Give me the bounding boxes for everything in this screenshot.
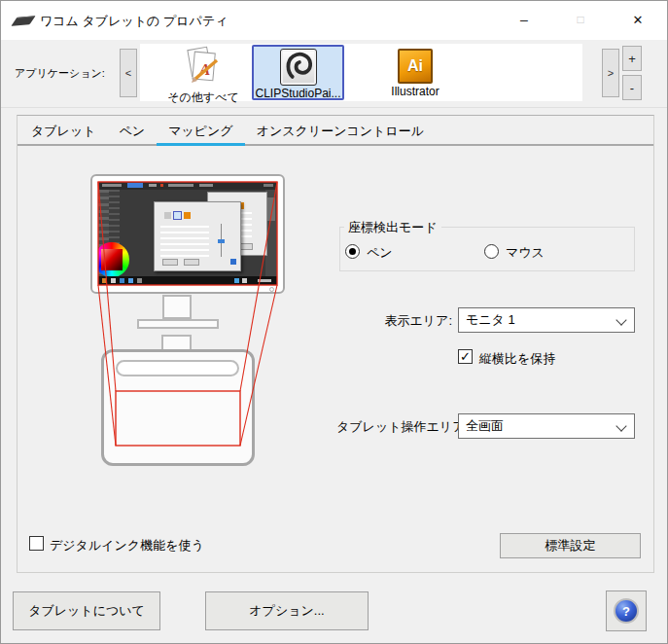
app-scroll-right-button[interactable]: > [602, 49, 619, 97]
tablet-area-select[interactable]: 全画面 [458, 413, 635, 439]
application-label: アプリケーション: [15, 66, 105, 81]
illustrator-icon: Ai [398, 49, 433, 84]
window-title: ワコム タブレットの プロパティ [40, 13, 229, 30]
app-add-button[interactable]: + [622, 46, 642, 71]
app-remove-button[interactable]: - [622, 75, 642, 100]
application-list: A その他すべて CLIPStudioPai... Ai Illustr [140, 44, 582, 101]
app-name: その他すべて [158, 89, 249, 106]
maximize-icon: □ [577, 13, 583, 26]
display-area-value: モニタ 1 [466, 311, 515, 329]
screen-dialog-front [154, 201, 241, 271]
tab-tablet[interactable]: タブレット [19, 116, 108, 144]
check-icon: ✓ [460, 350, 471, 363]
app-scroll-left-button[interactable]: < [120, 49, 137, 97]
pen-mode-label: ペン [367, 244, 393, 262]
about-tablet-button[interactable]: タブレットについて [13, 591, 160, 630]
monitor-stand-base [137, 319, 219, 329]
app-name: CLIPStudioPai... [254, 87, 342, 100]
screen-thumbnail [98, 182, 277, 285]
all-other-apps-icon: A [181, 46, 226, 85]
tablet-touch-strip [116, 360, 239, 376]
tablet-area-value: 全画面 [466, 417, 504, 435]
tab-pen[interactable]: ペン [108, 116, 158, 144]
mouse-mode-label: マウス [506, 244, 545, 262]
minimize-icon: – [520, 12, 528, 27]
pen-mode-radio[interactable] [345, 244, 360, 259]
mouse-mode-radio[interactable] [484, 244, 499, 259]
display-area-select[interactable]: モニタ 1 [458, 307, 635, 333]
chevron-down-icon [615, 420, 626, 431]
defaults-button[interactable]: 標準設定 [500, 533, 641, 558]
clip-studio-paint-icon [280, 49, 317, 86]
minimize-button[interactable]: – [502, 5, 546, 34]
wacom-tablet-icon [11, 16, 35, 26]
illustrator-badge: Ai [407, 57, 423, 75]
tablet-area-label: タブレット操作エリア: [336, 418, 452, 436]
display-area-label: 表示エリア: [375, 312, 452, 330]
close-button[interactable]: ✕ [615, 5, 660, 34]
tab-strip: タブレット ペン マッピング オンスクリーンコントロール [18, 116, 653, 146]
app-name: Illustrator [378, 85, 452, 98]
wacom-properties-window: ワコム タブレットの プロパティ – □ ✕ アプリケーション: < A その他… [0, 0, 668, 644]
app-item-all-other[interactable]: A その他すべて [158, 46, 249, 99]
color-wheel-icon [98, 242, 129, 277]
app-item-clip-studio[interactable]: CLIPStudioPai... [252, 45, 344, 100]
monitor-power-led [269, 287, 274, 292]
digital-ink-label: デジタルインク機能を使う [50, 537, 204, 555]
screen-taskbar [98, 276, 277, 285]
application-bar: アプリケーション: < A その他すべて CLIPStud [1, 40, 668, 108]
tab-mapping[interactable]: マッピング [157, 116, 245, 144]
app-item-illustrator[interactable]: Ai Illustrator [378, 46, 452, 99]
keep-aspect-checkbox[interactable]: ✓ [458, 349, 473, 364]
screen-menubar [98, 182, 277, 190]
options-button[interactable]: オプション... [205, 591, 369, 630]
chevron-down-icon [615, 314, 626, 325]
help-icon: ? [614, 598, 639, 624]
close-icon: ✕ [633, 13, 644, 27]
monitor-stand-neck [162, 295, 192, 319]
coordinate-mode-title: 座標検出モード [344, 219, 441, 236]
digital-ink-checkbox[interactable] [29, 536, 44, 551]
titlebar: ワコム タブレットの プロパティ – □ ✕ [1, 1, 667, 40]
keep-aspect-label: 縦横比を保持 [479, 350, 555, 368]
help-button[interactable]: ? [606, 590, 647, 631]
maximize-button[interactable]: □ [558, 5, 603, 34]
tab-onscreen-controls[interactable]: オンスクリーンコントロール [245, 116, 436, 144]
